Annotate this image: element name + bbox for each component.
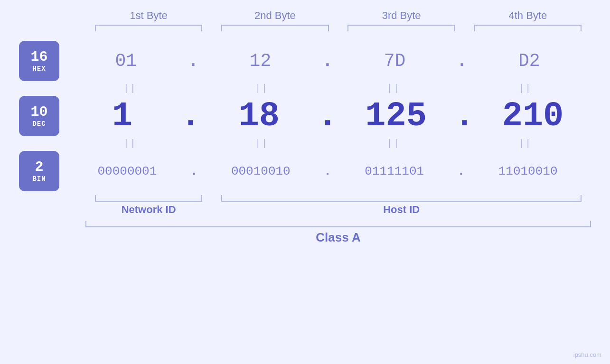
dec-byte-4: 210 xyxy=(475,97,591,136)
bin-badge: 2 BIN xyxy=(19,151,59,191)
hex-value-3: 7D xyxy=(384,51,406,71)
hex-byte-3: 7D xyxy=(333,51,456,71)
watermark: ipshu.com xyxy=(573,351,601,358)
bin-values: 00000001 . 00010010 . 01111101 . 1101001… xyxy=(64,164,591,178)
bin-dot-1: . xyxy=(190,164,198,178)
hex-dot-3: . xyxy=(457,51,468,71)
hex-byte-4: D2 xyxy=(468,51,591,71)
bin-badge-number: 2 xyxy=(35,159,43,175)
top-bracket-2 xyxy=(212,25,338,31)
dec-byte-1: 1 xyxy=(64,97,180,136)
equals-2-2: || xyxy=(196,138,328,149)
dec-badge-number: 10 xyxy=(30,104,47,120)
equals-2-1: || xyxy=(64,138,196,149)
dec-value-3: 125 xyxy=(365,97,427,136)
bin-value-3: 01111101 xyxy=(365,164,424,178)
dec-values: 1 . 18 . 125 . 210 xyxy=(64,97,591,136)
hex-byte-2: 12 xyxy=(198,51,322,71)
byte-header-4: 4th Byte xyxy=(465,9,591,22)
bin-byte-3: 01111101 xyxy=(331,164,458,178)
equals-2-4: || xyxy=(460,138,591,149)
bin-dot-2: . xyxy=(324,164,331,178)
hex-value-1: 01 xyxy=(115,51,137,71)
class-section: Class A xyxy=(19,221,591,245)
net-bracket-wrapper xyxy=(85,195,212,202)
host-bracket-wrapper xyxy=(212,195,591,202)
top-brackets-row xyxy=(19,25,591,31)
bin-byte-2: 00010010 xyxy=(197,164,324,178)
top-bracket-3 xyxy=(338,25,465,31)
host-id-label-wrapper: Host ID xyxy=(212,204,591,216)
equals-row-2: || || || || xyxy=(19,138,591,149)
hex-byte-1: 01 xyxy=(64,51,188,71)
dec-value-4: 210 xyxy=(502,97,564,136)
equals-row-1: || || || || xyxy=(19,83,591,94)
class-bracket xyxy=(85,221,591,227)
equals-1-4: || xyxy=(460,83,591,94)
host-bracket xyxy=(221,195,582,202)
byte-header-2: 2nd Byte xyxy=(212,9,338,22)
hex-badge: 16 HEX xyxy=(19,41,59,81)
byte-headers-row: 1st Byte 2nd Byte 3rd Byte 4th Byte xyxy=(19,9,591,22)
class-label-row: Class A xyxy=(85,230,591,245)
equals-1-2: || xyxy=(196,83,328,94)
bin-value-4: 11010010 xyxy=(498,164,558,178)
class-label: Class A xyxy=(316,230,360,245)
dec-value-1: 1 xyxy=(112,97,132,136)
dec-value-2: 18 xyxy=(239,97,280,136)
hex-dot-1: . xyxy=(188,51,198,71)
byte-header-3: 3rd Byte xyxy=(338,9,465,22)
hex-dot-2: . xyxy=(322,51,333,71)
bottom-brackets-row xyxy=(85,195,591,202)
bin-value-1: 00000001 xyxy=(97,164,157,178)
bottom-labels-row: Network ID Host ID xyxy=(85,204,591,216)
dec-row: 10 DEC 1 . 18 . 125 . 210 xyxy=(19,96,591,136)
bin-row: 2 BIN 00000001 . 00010010 . 01111101 . 1… xyxy=(19,151,591,191)
main-container: 1st Byte 2nd Byte 3rd Byte 4th Byte 16 H… xyxy=(0,0,610,364)
bin-value-2: 00010010 xyxy=(231,164,291,178)
equals-2-3: || xyxy=(328,138,460,149)
dec-byte-2: 18 xyxy=(201,97,317,136)
top-bracket-1 xyxy=(85,25,212,31)
dec-dot-1: . xyxy=(180,97,201,136)
hex-value-2: 12 xyxy=(250,51,272,71)
hex-values: 01 . 12 . 7D . D2 xyxy=(64,51,591,71)
bin-dot-3: . xyxy=(458,164,465,178)
hex-value-4: D2 xyxy=(518,51,540,71)
hex-row: 16 HEX 01 . 12 . 7D . D2 xyxy=(19,41,591,81)
dec-badge-label: DEC xyxy=(32,120,46,128)
dec-dot-2: . xyxy=(317,97,338,136)
dec-badge: 10 DEC xyxy=(19,96,59,136)
network-id-label: Network ID xyxy=(122,204,176,216)
hex-badge-number: 16 xyxy=(30,49,47,65)
network-bracket xyxy=(95,195,202,202)
byte-header-1: 1st Byte xyxy=(85,9,212,22)
equals-1-3: || xyxy=(328,83,460,94)
bin-badge-label: BIN xyxy=(32,175,46,183)
dec-dot-3: . xyxy=(454,97,475,136)
bottom-section: Network ID Host ID xyxy=(19,195,591,216)
host-id-label: Host ID xyxy=(383,204,420,216)
top-bracket-4 xyxy=(465,25,591,31)
hex-badge-label: HEX xyxy=(32,65,46,73)
bin-byte-1: 00000001 xyxy=(64,164,190,178)
bin-byte-4: 11010010 xyxy=(465,164,591,178)
equals-1-1: || xyxy=(64,83,196,94)
network-id-label-wrapper: Network ID xyxy=(85,204,212,216)
dec-byte-3: 125 xyxy=(338,97,454,136)
